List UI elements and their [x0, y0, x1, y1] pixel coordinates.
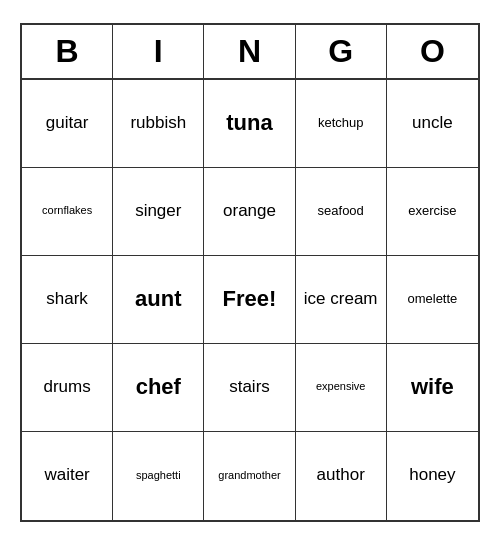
bingo-card: BINGO guitarrubbishtunaketchupunclecornf… — [20, 23, 480, 522]
bingo-cell[interactable]: ice cream — [296, 256, 387, 344]
cell-text: ketchup — [318, 115, 364, 131]
bingo-cell[interactable]: expensive — [296, 344, 387, 432]
bingo-cell[interactable]: chef — [113, 344, 204, 432]
cell-text: tuna — [226, 110, 272, 136]
bingo-cell[interactable]: singer — [113, 168, 204, 256]
bingo-cell[interactable]: guitar — [22, 80, 113, 168]
cell-text: grandmother — [218, 469, 280, 482]
cell-text: wife — [411, 374, 454, 400]
bingo-cell[interactable]: exercise — [387, 168, 478, 256]
bingo-grid: guitarrubbishtunaketchupunclecornflakess… — [22, 80, 478, 520]
cell-text: guitar — [46, 113, 89, 133]
cell-text: rubbish — [130, 113, 186, 133]
bingo-cell[interactable]: spaghetti — [113, 432, 204, 520]
header-letter: O — [387, 25, 478, 78]
cell-text: orange — [223, 201, 276, 221]
cell-text: uncle — [412, 113, 453, 133]
cell-text: seafood — [318, 203, 364, 219]
cell-text: spaghetti — [136, 469, 181, 482]
bingo-cell[interactable]: shark — [22, 256, 113, 344]
bingo-cell[interactable]: ketchup — [296, 80, 387, 168]
header-letter: N — [204, 25, 295, 78]
bingo-cell[interactable]: author — [296, 432, 387, 520]
bingo-header: BINGO — [22, 25, 478, 80]
bingo-cell[interactable]: stairs — [204, 344, 295, 432]
bingo-cell[interactable]: drums — [22, 344, 113, 432]
cell-text: cornflakes — [42, 204, 92, 217]
bingo-cell[interactable]: tuna — [204, 80, 295, 168]
bingo-cell[interactable]: rubbish — [113, 80, 204, 168]
bingo-cell[interactable]: Free! — [204, 256, 295, 344]
bingo-cell[interactable]: aunt — [113, 256, 204, 344]
bingo-cell[interactable]: uncle — [387, 80, 478, 168]
cell-text: drums — [43, 377, 90, 397]
header-letter: B — [22, 25, 113, 78]
cell-text: ice cream — [304, 289, 378, 309]
bingo-cell[interactable]: cornflakes — [22, 168, 113, 256]
bingo-cell[interactable]: honey — [387, 432, 478, 520]
cell-text: stairs — [229, 377, 270, 397]
cell-text: honey — [409, 465, 455, 485]
cell-text: expensive — [316, 380, 366, 393]
bingo-cell[interactable]: orange — [204, 168, 295, 256]
bingo-cell[interactable]: grandmother — [204, 432, 295, 520]
bingo-cell[interactable]: seafood — [296, 168, 387, 256]
cell-text: aunt — [135, 286, 181, 312]
cell-text: Free! — [223, 286, 277, 312]
bingo-cell[interactable]: omelette — [387, 256, 478, 344]
cell-text: chef — [136, 374, 181, 400]
header-letter: I — [113, 25, 204, 78]
cell-text: omelette — [407, 291, 457, 307]
bingo-cell[interactable]: waiter — [22, 432, 113, 520]
cell-text: author — [317, 465, 365, 485]
bingo-cell[interactable]: wife — [387, 344, 478, 432]
cell-text: exercise — [408, 203, 456, 219]
cell-text: singer — [135, 201, 181, 221]
header-letter: G — [296, 25, 387, 78]
cell-text: waiter — [44, 465, 89, 485]
cell-text: shark — [46, 289, 88, 309]
